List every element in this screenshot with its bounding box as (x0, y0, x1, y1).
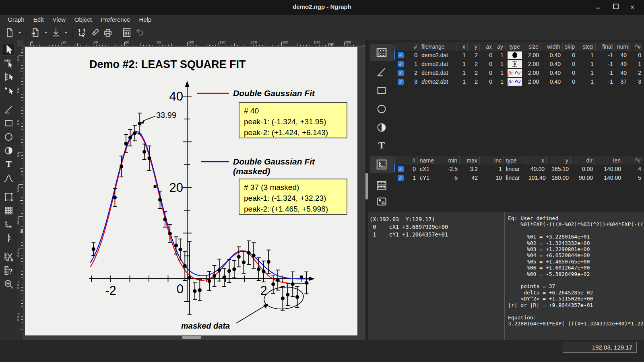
arc-panel-icon[interactable] (370, 101, 393, 117)
file-table-row[interactable]: ✓3demo2.dat1201fit2.000.4001-1373 (394, 77, 643, 86)
mark-panel-icon[interactable] (370, 119, 393, 136)
ruler-tick (21, 113, 23, 114)
dropdown-icon[interactable] (16, 27, 23, 39)
y-axis-arrow (185, 81, 190, 87)
ruler-tick (62, 42, 62, 46)
ruler-tick (322, 45, 322, 46)
zoom-tool-icon[interactable] (2, 278, 15, 290)
ruler-tick (175, 45, 175, 46)
ruler-tick (39, 45, 40, 46)
ruler-tick (196, 45, 197, 46)
file-table-cell: -1 (596, 60, 615, 68)
ruler-tick (294, 45, 294, 46)
axis-pointer-tool-icon[interactable] (2, 70, 15, 83)
ruler-tick (137, 45, 137, 46)
axis-table-row[interactable]: ✓1cY1-54210linear101.40180.0090.00140.00… (394, 173, 643, 182)
file-table-header-row: #file/rangexyaxaytypesizewidthskipstepfi… (394, 42, 643, 51)
section-graph-tool-icon[interactable] (2, 204, 15, 217)
axis-table-row[interactable]: ✓0cX1-2.53.21linear40.00165.100.00140.00… (394, 165, 643, 173)
ruler-tick (171, 43, 172, 46)
axis-table-header-^#: ^# (623, 156, 643, 165)
ruler-tick (105, 45, 106, 46)
menu-item-view[interactable]: View (48, 14, 70, 25)
menu-item-graph[interactable]: Graph (3, 14, 29, 25)
axis-table-row-checkbox[interactable]: ✓ (398, 175, 404, 181)
print-icon[interactable] (101, 27, 114, 39)
data-list-panel-icon[interactable]: 123 (370, 44, 393, 61)
maximize-button[interactable] (610, 3, 622, 11)
menu-item-preference[interactable]: Preference (96, 14, 134, 25)
eraser-icon[interactable] (89, 27, 101, 39)
axis-table-header-dir: dir (571, 156, 595, 165)
horizontal-scrollbar[interactable] (23, 336, 365, 340)
data-point (262, 269, 265, 273)
line-panel-icon[interactable] (370, 64, 393, 80)
menu-item-help[interactable]: Help (135, 14, 156, 25)
menu-item-object[interactable]: Object (70, 14, 96, 25)
ruler-tick (357, 45, 357, 46)
close-button[interactable]: ✕ (626, 3, 638, 11)
minimize-button[interactable] (592, 3, 604, 11)
file-table-cell: 0 (563, 77, 577, 86)
canvas-area[interactable]: 020406080100120140160180200 204060801001… (17, 40, 365, 340)
file-table-row-checkbox[interactable]: ✓ (398, 79, 404, 85)
axis-rulers-panel-icon[interactable] (370, 177, 393, 194)
open-graph-icon[interactable] (29, 27, 42, 39)
ruler-tick (58, 45, 59, 46)
ruler-tick (21, 91, 23, 91)
merge-panel-icon[interactable] (370, 193, 393, 210)
text-tool-panel-icon[interactable]: T (370, 137, 393, 154)
text-tool-tool-icon[interactable]: T (2, 158, 15, 171)
ruler-tick (21, 165, 23, 165)
line-tool-icon[interactable] (2, 103, 15, 116)
axis-table-cell: -5 (440, 173, 460, 182)
ruler-tick (115, 45, 116, 46)
ruler-label: 0 (31, 40, 33, 44)
rectangle-tool-icon[interactable] (2, 117, 15, 130)
file-table-row-checkbox[interactable]: ✓ (398, 61, 404, 67)
file-table-row[interactable]: ✓1demo2.dat12012.000.4001-1401 (394, 60, 643, 68)
ruler-tick (21, 268, 23, 268)
save-graph-icon[interactable] (50, 27, 62, 39)
horizontal-scrollbar-thumb[interactable] (182, 336, 201, 339)
axis-table-row-checkbox[interactable]: ✓ (398, 166, 404, 172)
fit-result-line: peak-2: (+1.424, +6.143) (244, 128, 328, 137)
frame-graph-tool-icon[interactable] (2, 190, 15, 203)
data-pointer-tool-icon[interactable] (2, 84, 15, 97)
ruler-tick (259, 45, 260, 46)
axis-table-cell: 5 (623, 173, 643, 182)
ruler-tick (21, 207, 23, 207)
pointer-tool-icon[interactable] (2, 43, 15, 56)
mark-tool-icon[interactable] (2, 144, 15, 157)
ruler-tick (353, 45, 354, 46)
axis-trimming-tool-icon[interactable] (2, 250, 15, 263)
menu-item-edit[interactable]: Edit (29, 14, 48, 25)
file-table-cell: 0 (408, 51, 419, 60)
gaussian-tool-icon[interactable] (2, 171, 15, 184)
evaluate-tool-icon[interactable]: ? (2, 264, 15, 277)
graph-page[interactable]: Demo #2: LEAST SQUARE FIT-2022040Double … (25, 47, 357, 335)
ruler-label: 120 (17, 216, 21, 225)
file-table-row[interactable]: ✓0demo2.dat12012.000.4001-1400 (394, 51, 643, 60)
arc-tool-icon[interactable] (2, 130, 15, 143)
file-table-row[interactable]: ✓2demo2.dat1201fit2.000.4001-1402 (394, 68, 643, 77)
legend-pointer-tool-icon[interactable]: ABC (2, 57, 15, 70)
file-table-row-checkbox[interactable]: ✓ (398, 52, 404, 58)
file-table-cell: 1 (629, 60, 643, 68)
mark-circle-icon (508, 51, 522, 59)
dropdown-icon[interactable] (62, 27, 70, 39)
file-table-row-checkbox[interactable]: ✓ (398, 70, 404, 76)
rectangle-panel-icon[interactable] (370, 82, 393, 99)
cross-graph-tool-icon[interactable] (2, 218, 15, 230)
axis-scale-undo-icon[interactable]: 1? (76, 27, 89, 39)
dropdown-icon[interactable] (42, 27, 50, 39)
data-point (281, 296, 285, 300)
calculator-icon[interactable] (120, 27, 133, 39)
undo-icon[interactable] (133, 27, 146, 39)
ruler-tick (134, 45, 134, 46)
toolbox-separator (3, 100, 14, 100)
file-table-header-width: width (541, 43, 563, 51)
new-document-icon[interactable] (3, 27, 16, 39)
axis-frame-panel-icon[interactable] (370, 156, 393, 173)
single-axis-tool-icon[interactable] (2, 231, 15, 244)
